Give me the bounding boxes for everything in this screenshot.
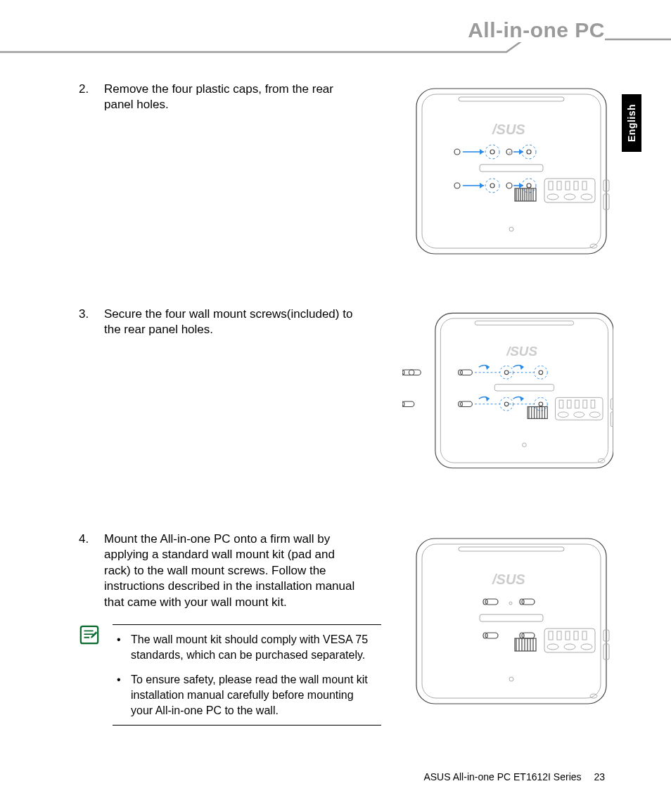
svg-rect-118 (565, 631, 570, 640)
svg-rect-57 (494, 385, 554, 391)
svg-rect-84 (591, 400, 595, 408)
svg-rect-34 (557, 181, 561, 190)
svg-point-39 (564, 194, 575, 200)
svg-rect-35 (565, 181, 570, 190)
svg-point-50 (504, 370, 509, 375)
svg-point-6 (522, 145, 536, 159)
step-text: Mount the All-in-one PC onto a firm wall… (104, 531, 359, 610)
svg-point-56 (539, 402, 543, 406)
svg-marker-18 (519, 149, 523, 155)
svg-point-19 (506, 183, 512, 188)
page-title: All-in-one PC (462, 18, 605, 42)
svg-text:/SUS: /SUS (492, 122, 525, 137)
svg-rect-81 (567, 400, 571, 408)
step-3-illustration: /SUS (359, 307, 613, 478)
step-text: Secure the four wall mount screws(includ… (104, 307, 359, 338)
step-4: 4. Mount the All-in-one PC onto a firm w… (79, 531, 613, 726)
language-tab: English (622, 94, 641, 152)
svg-text:/SUS: /SUS (492, 572, 525, 587)
svg-point-122 (564, 644, 575, 650)
step-number: 3. (79, 307, 104, 338)
footer: ASUS All-in-one PC ET1612I Series 23 (423, 771, 605, 782)
svg-rect-37 (582, 181, 587, 190)
svg-marker-70 (520, 397, 524, 402)
step-number: 4. (79, 531, 104, 610)
svg-rect-105 (480, 614, 543, 621)
svg-rect-82 (575, 400, 580, 408)
svg-point-5 (490, 150, 494, 154)
svg-rect-83 (583, 400, 587, 408)
svg-rect-95 (459, 547, 564, 551)
svg-point-4 (485, 145, 499, 159)
svg-point-87 (589, 412, 600, 418)
svg-rect-36 (574, 181, 578, 190)
svg-marker-69 (520, 365, 524, 370)
svg-rect-80 (559, 400, 563, 408)
note-item: To ensure safety, please read the wall m… (113, 672, 377, 718)
svg-text:/SUS: /SUS (506, 344, 537, 359)
svg-point-7 (527, 150, 531, 154)
svg-point-126 (509, 677, 513, 681)
note-item: The wall mount kit should comply with VE… (113, 632, 377, 662)
step-2: 2. Remove the four plastic caps, from th… (79, 82, 613, 264)
svg-point-15 (454, 183, 460, 188)
svg-point-9 (490, 183, 494, 188)
step-number: 2. (79, 82, 104, 113)
step-text: Remove the four plastic caps, from the r… (104, 82, 359, 113)
step-3: 3. Secure the four wall mount screws(inc… (79, 307, 613, 489)
svg-marker-60 (485, 365, 490, 370)
note-icon (79, 624, 100, 645)
svg-rect-120 (582, 631, 587, 640)
svg-point-121 (547, 644, 558, 650)
svg-marker-20 (519, 183, 523, 188)
svg-point-55 (535, 397, 548, 411)
svg-rect-12 (480, 165, 543, 172)
svg-rect-119 (574, 631, 578, 640)
svg-rect-117 (557, 631, 561, 640)
svg-point-43 (509, 227, 513, 231)
svg-point-52 (539, 370, 543, 375)
svg-marker-63 (485, 397, 490, 402)
svg-rect-2 (459, 97, 564, 101)
svg-point-106 (509, 602, 512, 605)
svg-point-86 (574, 412, 584, 418)
note-block: The wall mount kit should comply with VE… (79, 624, 381, 726)
svg-point-51 (535, 366, 548, 379)
step-2-illustration: /SUS (359, 82, 613, 264)
svg-point-38 (547, 194, 558, 200)
svg-rect-47 (475, 321, 574, 326)
svg-marker-14 (480, 149, 484, 155)
svg-rect-116 (549, 631, 553, 640)
svg-rect-64 (409, 370, 421, 375)
svg-point-40 (581, 194, 592, 200)
footer-product: ASUS All-in-one PC ET1612I Series (423, 771, 581, 782)
svg-point-85 (558, 412, 568, 418)
svg-point-123 (581, 644, 592, 650)
step-4-illustration: /SUS (359, 531, 613, 714)
svg-marker-16 (480, 183, 484, 188)
svg-point-8 (485, 179, 499, 193)
svg-point-11 (527, 183, 531, 188)
svg-point-54 (504, 402, 509, 406)
svg-point-90 (523, 443, 527, 447)
svg-point-13 (454, 149, 460, 155)
main-content: 2. Remove the four plastic caps, from th… (79, 82, 613, 726)
svg-rect-33 (549, 181, 553, 190)
page-number: 23 (594, 771, 605, 782)
